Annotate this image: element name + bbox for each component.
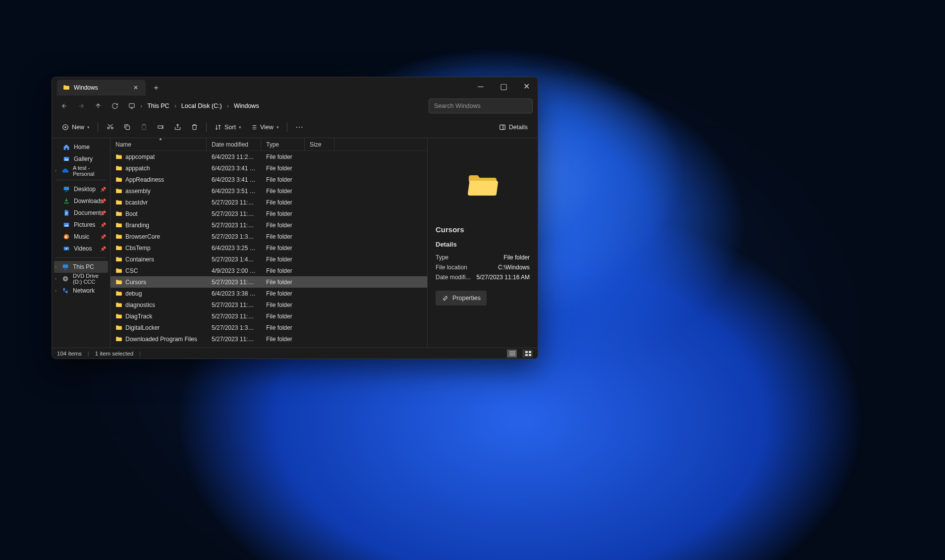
file-name: CSC [125,267,138,274]
breadcrumb[interactable]: › This PC › Local Disk (C:) › Windows [124,99,427,113]
file-row[interactable]: CSC4/9/2023 2:00 PMFile folder [111,265,427,276]
network-icon [62,287,69,294]
folder-icon [115,267,122,274]
chevron-right-icon[interactable]: › [55,168,56,173]
file-row[interactable]: DiagTrack5/27/2023 11:33 AMFile folder [111,310,427,322]
cut-button[interactable] [102,119,118,135]
folder-icon [115,222,122,229]
file-date: 6/4/2023 3:25 PM [207,245,261,252]
file-row[interactable]: Boot5/27/2023 11:33 AMFile folder [111,208,427,219]
file-row[interactable]: Downloaded Program Files5/27/2023 11:16 … [111,333,427,345]
file-row[interactable]: DigitalLocker5/27/2023 1:32 PMFile folde… [111,322,427,333]
sidebar-item-pictures[interactable]: Pictures📌 [54,219,108,231]
chevron-right-icon: › [174,102,176,109]
file-type: File folder [261,210,305,217]
file-row[interactable]: diagnostics5/27/2023 11:33 AMFile folder [111,299,427,310]
file-type: File folder [261,279,305,286]
column-type[interactable]: Type [261,138,305,151]
sort-button[interactable]: Sort ▾ [211,119,245,135]
sidebar-item-videos[interactable]: Videos📌 [54,243,108,255]
tab-windows[interactable]: Windows ✕ [57,80,146,96]
svg-rect-9 [64,187,69,190]
sidebar-item-gallery[interactable]: Gallery [54,153,108,165]
file-date: 5/27/2023 11:16 AM [207,222,261,229]
column-name[interactable]: Name▲ [111,138,207,151]
paste-button[interactable] [136,119,152,135]
disc-icon [62,275,69,282]
folder-icon [115,176,122,183]
file-row[interactable]: appcompat6/4/2023 11:25 PMFile folder [111,151,427,162]
sidebar-item-desktop[interactable]: Desktop📌 [54,183,108,195]
more-button[interactable]: ⋯ [291,119,307,135]
file-date: 5/27/2023 11:16 AM [207,279,261,286]
pictures-icon [63,221,70,228]
file-row[interactable]: Cursors5/27/2023 11:16 AMFile folder [111,276,427,288]
column-size[interactable]: Size [305,138,334,151]
sidebar-item-documents[interactable]: Documents📌 [54,207,108,219]
pin-icon: 📌 [100,210,106,216]
minimize-button[interactable]: ─ [469,77,492,96]
folder-icon [115,153,122,160]
chevron-right-icon[interactable]: › [55,288,56,293]
view-button[interactable]: View ▾ [246,119,283,135]
file-row[interactable]: bcastdvr5/27/2023 11:16 AMFile folder [111,197,427,208]
back-button[interactable] [57,99,72,113]
details-pane-button[interactable]: Details [495,119,532,135]
file-name: DiagTrack [125,313,152,320]
breadcrumb-item[interactable]: Windows [234,102,259,109]
properties-button[interactable]: Properties [436,291,487,305]
breadcrumb-item[interactable]: Local Disk (C:) [181,102,222,109]
status-bar: 104 items | 1 item selected | [52,348,538,358]
sort-icon [215,124,222,131]
svg-rect-13 [63,264,68,268]
copy-button[interactable] [119,119,135,135]
file-row[interactable]: Branding5/27/2023 11:16 AMFile folder [111,219,427,231]
file-row[interactable]: CbsTemp6/4/2023 3:25 PMFile folder [111,242,427,254]
sidebar-item-network[interactable]: ›Network [54,285,108,297]
sidebar-item-home[interactable]: Home [54,141,108,153]
documents-icon [63,209,70,216]
share-button[interactable] [169,119,185,135]
chevron-right-icon[interactable]: › [55,264,56,269]
layout-icons-button[interactable] [523,350,533,357]
wrench-icon [442,295,448,302]
file-row[interactable]: Containers5/27/2023 1:44 PMFile folder [111,254,427,265]
close-window-button[interactable]: ✕ [515,77,538,96]
sidebar-item-thispc[interactable]: ›This PC [54,261,108,273]
window-controls: ─ ▢ ✕ [469,77,538,96]
music-icon [63,233,70,240]
svg-point-8 [65,158,66,159]
new-tab-button[interactable]: ＋ [149,80,164,95]
forward-button[interactable] [74,99,89,113]
details-type: TypeFile folder [436,254,530,261]
up-button[interactable] [91,99,106,113]
sidebar-item-music[interactable]: Music📌 [54,231,108,243]
layout-details-button[interactable] [507,350,517,357]
chevron-right-icon[interactable]: › [55,276,56,281]
sidebar-item-dvd[interactable]: ›DVD Drive (D:) CCC [54,273,108,285]
folder-icon [115,210,122,217]
file-list: Name▲ Date modified Type Size appcompat6… [110,138,427,348]
sidebar-item-downloads[interactable]: Downloads📌 [54,195,108,207]
file-row[interactable]: apppatch6/4/2023 3:41 PMFile folder [111,162,427,174]
maximize-button[interactable]: ▢ [492,77,515,96]
close-tab-icon[interactable]: ✕ [132,84,140,92]
sidebar-item-atest[interactable]: ›A test - Personal [54,165,108,177]
column-date[interactable]: Date modified [207,138,261,151]
file-date: 4/9/2023 2:00 PM [207,267,261,274]
breadcrumb-item[interactable]: This PC [147,102,169,109]
chevron-down-icon: ▾ [277,125,279,130]
file-row[interactable]: BrowserCore5/27/2023 1:32 PMFile folder [111,231,427,242]
folder-icon [115,245,122,252]
delete-button[interactable] [186,119,202,135]
sort-asc-icon: ▲ [159,138,163,141]
folder-icon [115,188,122,195]
file-row[interactable]: AppReadiness6/4/2023 3:41 PMFile folder [111,174,427,185]
new-button[interactable]: New ▾ [58,119,94,135]
folder-icon [115,336,122,343]
file-row[interactable]: debug6/4/2023 3:38 PMFile folder [111,288,427,299]
file-row[interactable]: assembly6/4/2023 3:51 PMFile folder [111,185,427,197]
search-input[interactable]: Search Windows [429,99,533,113]
refresh-button[interactable] [108,99,122,113]
rename-button[interactable] [153,119,168,135]
